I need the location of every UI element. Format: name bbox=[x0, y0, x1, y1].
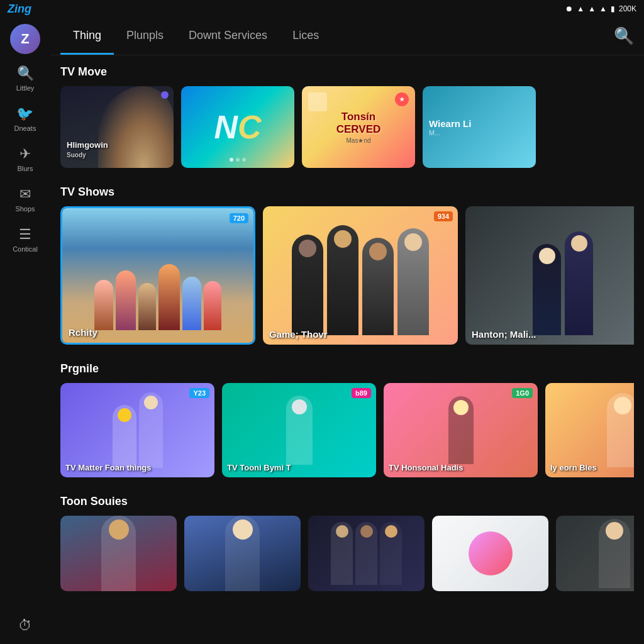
sidebar-item-blurs[interactable]: ✈ Blurs bbox=[17, 146, 33, 172]
section-tv-shows: TV Shows bbox=[60, 186, 634, 345]
program-card-3[interactable]: 1G0 TV Honsonal Hadis bbox=[384, 383, 538, 477]
program-card-label-1: TV Matter Foan things bbox=[65, 463, 152, 472]
scroll-content[interactable]: TV Move HlimgowinSuody NC bbox=[50, 55, 644, 644]
status-bar-right: ⏺ ▲ ▲ ▲ ▮ 200K bbox=[565, 4, 636, 13]
search-button[interactable]: 🔍 bbox=[614, 26, 634, 46]
app-logo: Zing bbox=[8, 3, 31, 16]
source-card-5[interactable] bbox=[556, 516, 634, 591]
section-title-tv-shows: TV Shows bbox=[60, 186, 634, 199]
toon-card-row bbox=[60, 516, 634, 591]
badge-1g0: 1G0 bbox=[512, 388, 533, 398]
program-card-row: Y23 TV Matter Foan things b89 bbox=[60, 383, 634, 477]
tab-plunpls[interactable]: Plunpls bbox=[114, 18, 176, 55]
program-card-1[interactable]: Y23 TV Matter Foan things bbox=[60, 383, 214, 477]
section-title-tv-move: TV Move bbox=[60, 65, 634, 79]
tab-lices[interactable]: Lices bbox=[280, 18, 331, 55]
program-card-4[interactable]: ly eorn Bles bbox=[545, 383, 634, 477]
sidebar-item-tweets[interactable]: 🐦 Dneats bbox=[14, 106, 36, 132]
section-title-program: Prgnile bbox=[60, 362, 634, 375]
program-card-label-3: TV Honsonal Hadis bbox=[389, 463, 463, 472]
section-toon-souies: Toon Souies bbox=[60, 495, 634, 591]
sidebar-label-tweets: Dneats bbox=[14, 125, 36, 132]
mail-icon: ✉ bbox=[19, 186, 31, 203]
search-icon: 🔍 bbox=[17, 65, 34, 82]
show-card-reality[interactable]: 720 Rchity bbox=[60, 206, 255, 345]
movie-card-wilearn[interactable]: Wiearn Li M... bbox=[423, 86, 536, 168]
sidebar-label-control: Contical bbox=[13, 245, 38, 253]
timer-icon: ⏱ bbox=[18, 618, 32, 634]
sidebar-item-library[interactable]: 🔍 Littley bbox=[16, 65, 35, 92]
section-title-toon: Toon Souies bbox=[60, 495, 634, 508]
badge-934: 934 bbox=[434, 211, 453, 221]
main-layout: Z 🔍 Littley 🐦 Dneats ✈ Blurs ✉ Shops ☰ C… bbox=[0, 18, 644, 644]
nav-bar: Thing Plunpls Downt Services Lices 🔍 bbox=[50, 18, 644, 55]
program-card-label-4: ly eorn Bles bbox=[550, 463, 597, 472]
show-card-label-game: Game; Thovr bbox=[269, 329, 328, 340]
program-card-label-2: TV Tooni Bymi T bbox=[227, 463, 291, 472]
source-card-4[interactable] bbox=[432, 516, 548, 591]
status-bar-left: Zing bbox=[8, 3, 31, 16]
avatar[interactable]: Z bbox=[10, 24, 40, 54]
show-card-game[interactable]: 934 Game; Thovr bbox=[263, 206, 458, 345]
signal-icon-1: ▲ bbox=[588, 4, 596, 13]
tv-move-card-row: HlimgowinSuody NC bbox=[60, 86, 634, 168]
sidebar-label-shops: Shops bbox=[15, 205, 35, 213]
show-card-hanton[interactable]: Hanton; Mali... bbox=[465, 206, 634, 345]
source-card-2[interactable] bbox=[184, 516, 301, 591]
source-card-3[interactable] bbox=[308, 516, 425, 591]
signal-icon-2: ▲ bbox=[599, 4, 607, 13]
section-tv-move: TV Move HlimgowinSuody NC bbox=[60, 65, 634, 168]
movie-card-cerved[interactable]: ★ TonsínCERVED Mas★nd bbox=[302, 86, 415, 168]
tv-shows-card-row: 720 Rchity bbox=[60, 206, 634, 345]
status-bar: Zing ⏺ ▲ ▲ ▲ ▮ 200K bbox=[0, 0, 644, 18]
sidebar-item-control[interactable]: ☰ Contical bbox=[13, 226, 38, 253]
badge-b89: b89 bbox=[352, 388, 371, 398]
record-icon: ⏺ bbox=[565, 4, 573, 13]
data-label: 200K bbox=[619, 4, 636, 13]
sidebar-bottom-icon[interactable]: ⏱ bbox=[18, 618, 32, 634]
movie-card-nc[interactable]: NC bbox=[181, 86, 294, 168]
sidebar-item-shops[interactable]: ✉ Shops bbox=[15, 186, 35, 213]
twitter-icon: 🐦 bbox=[16, 106, 33, 122]
sidebar-label-library: Littley bbox=[16, 84, 35, 92]
badge-y23: Y23 bbox=[189, 388, 209, 398]
program-card-2[interactable]: b89 TV Tooni Bymi T bbox=[222, 383, 376, 477]
show-card-label-hanton: Hanton; Mali... bbox=[472, 329, 536, 340]
section-program: Prgnile bbox=[60, 362, 634, 477]
tab-thing[interactable]: Thing bbox=[60, 18, 114, 55]
battery-icon: ▮ bbox=[611, 4, 615, 13]
content-area: Thing Plunpls Downt Services Lices 🔍 TV … bbox=[50, 18, 644, 644]
sidebar-label-blurs: Blurs bbox=[17, 165, 33, 172]
source-card-1[interactable] bbox=[60, 516, 177, 591]
badge-720: 720 bbox=[230, 213, 248, 223]
movie-card-hlimgowin[interactable]: HlimgowinSuody bbox=[60, 86, 174, 168]
menu-icon: ☰ bbox=[19, 226, 31, 243]
sidebar: Z 🔍 Littley 🐦 Dneats ✈ Blurs ✉ Shops ☰ C… bbox=[0, 18, 50, 644]
tab-downt[interactable]: Downt Services bbox=[176, 18, 280, 55]
plane-icon: ✈ bbox=[19, 146, 31, 162]
show-card-label-reality: Rchity bbox=[69, 327, 97, 338]
wifi-icon: ▲ bbox=[577, 4, 584, 13]
